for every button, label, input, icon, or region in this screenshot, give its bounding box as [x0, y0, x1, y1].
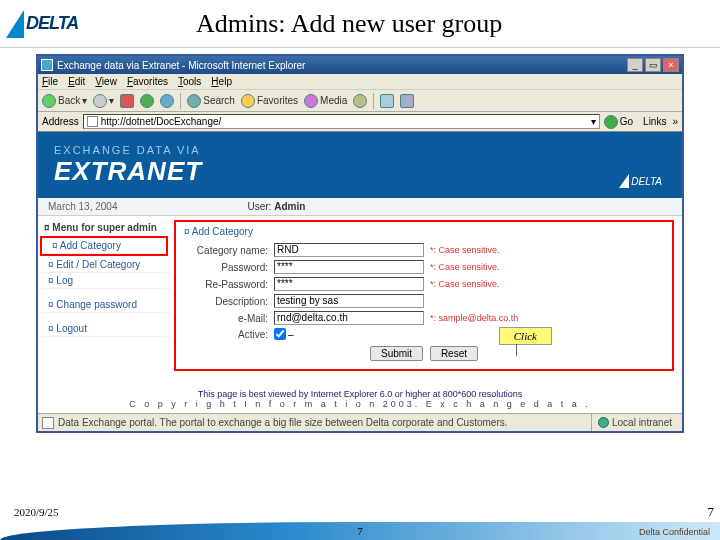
search-button[interactable]: Search	[187, 94, 235, 108]
hint-email: *: sample@delta.co.th	[430, 313, 518, 323]
ie-favicon-icon	[41, 59, 53, 71]
home-button[interactable]	[160, 94, 174, 108]
sidebar-item-log[interactable]: ¤ Log	[38, 273, 170, 289]
meta-row: March 13, 2004 User: Admin	[38, 198, 682, 216]
label-description: Description:	[184, 296, 274, 307]
dash-icon: –	[288, 329, 294, 340]
extranet-banner: EXCHANGE DATA VIA EXTRANET DELTA	[38, 132, 682, 198]
banner-title: EXTRANET	[54, 156, 202, 187]
ie-window: Exchange data via Extranet - Microsoft I…	[36, 54, 684, 433]
menu-file[interactable]: File	[42, 76, 58, 87]
checkbox-active[interactable]	[274, 328, 286, 340]
hint-case: *: Case sensitive.	[430, 262, 500, 272]
sidebar-item-logout[interactable]: ¤ Logout	[38, 321, 170, 337]
add-category-form-highlight: ¤ Add Category Category name: RND *: Cas…	[174, 220, 674, 371]
media-icon	[304, 94, 318, 108]
star-icon	[241, 94, 255, 108]
delta-triangle-icon	[6, 10, 24, 38]
page-number-outer: 7	[708, 504, 715, 520]
logo-text: DELTA	[26, 13, 78, 34]
address-label: Address	[42, 116, 79, 127]
user-name: Admin	[274, 201, 305, 212]
status-text: Data Exchange portal. The portal to exch…	[58, 417, 508, 428]
links-label[interactable]: Links	[643, 116, 666, 127]
mail-button[interactable]	[380, 94, 394, 108]
input-description[interactable]: testing by sas	[274, 294, 424, 308]
slide-date: 2020/9/25	[14, 506, 59, 518]
label-password: Password:	[184, 262, 274, 273]
banner-brand: DELTA	[619, 174, 662, 188]
slide-title: Admins: Add new user group	[196, 9, 502, 39]
maximize-button[interactable]: ▭	[645, 58, 661, 72]
zone-label: Local intranet	[612, 417, 672, 428]
label-repassword: Re-Password:	[184, 279, 274, 290]
delta-logo: DELTA	[6, 5, 126, 43]
ie-toolbar: Back ▾ ▾ Search Favorites Media	[38, 90, 682, 112]
footer-line1: This page is best viewed by Internet Exp…	[38, 389, 682, 399]
stop-button[interactable]	[120, 94, 134, 108]
body-row: ¤ Menu for super admin ¤ Add Category ¤ …	[38, 216, 682, 381]
sidebar-item-edit-del-category[interactable]: ¤ Edit / Del Category	[38, 257, 170, 273]
page-footer-text: This page is best viewed by Internet Exp…	[38, 381, 682, 413]
label-active: Active:	[184, 329, 274, 340]
banner-subtitle: EXCHANGE DATA VIA	[54, 144, 202, 156]
go-button[interactable]: Go	[604, 115, 633, 129]
stop-icon	[120, 94, 134, 108]
sidebar-item-change-password[interactable]: ¤ Change password	[38, 297, 170, 313]
input-email[interactable]: rnd@delta.co.th	[274, 311, 424, 325]
label-email: e-Mail:	[184, 313, 274, 324]
dropdown-icon[interactable]: ▾	[591, 116, 596, 127]
menu-view[interactable]: View	[95, 76, 117, 87]
main-panel: ¤ Add Category Category name: RND *: Cas…	[170, 216, 682, 381]
sidebar: ¤ Menu for super admin ¤ Add Category ¤ …	[38, 216, 170, 381]
minimize-button[interactable]: _	[627, 58, 643, 72]
chevron-right-icon[interactable]: »	[672, 116, 678, 127]
menu-edit[interactable]: Edit	[68, 76, 85, 87]
history-button[interactable]	[353, 94, 367, 108]
delta-triangle-icon	[619, 174, 629, 188]
search-icon	[187, 94, 201, 108]
refresh-button[interactable]	[140, 94, 154, 108]
menu-favorites[interactable]: Favorites	[127, 76, 168, 87]
ie-titlebar: Exchange data via Extranet - Microsoft I…	[38, 56, 682, 74]
media-button[interactable]: Media	[304, 94, 347, 108]
input-password[interactable]: ****	[274, 260, 424, 274]
forward-arrow-icon	[93, 94, 107, 108]
footer-copyright: C o p y r i g h t I n f o r m a t i o n …	[38, 399, 682, 409]
page-date: March 13, 2004	[48, 201, 118, 212]
address-input[interactable]: http://dotnet/DocExchange/ ▾	[83, 114, 600, 129]
reset-button[interactable]: Reset	[430, 346, 478, 361]
input-category-name[interactable]: RND	[274, 243, 424, 257]
back-button[interactable]: Back ▾	[42, 94, 87, 108]
forward-button[interactable]: ▾	[93, 94, 114, 108]
address-value: http://dotnet/DocExchange/	[101, 116, 222, 127]
favorites-button[interactable]: Favorites	[241, 94, 298, 108]
sidebar-item-add-category[interactable]: ¤ Add Category	[42, 238, 166, 254]
click-callout: Click	[499, 327, 552, 345]
toolbar-separator	[180, 93, 181, 109]
toolbar-separator	[373, 93, 374, 109]
slide-footer: 2020/9/25 7 7 Delta Confidential	[0, 498, 720, 540]
menu-tools[interactable]: Tools	[178, 76, 201, 87]
globe-icon	[598, 417, 609, 428]
go-arrow-icon	[604, 115, 618, 129]
page-number-center: 7	[357, 525, 363, 537]
input-repassword[interactable]: ****	[274, 277, 424, 291]
submit-button[interactable]: Submit	[370, 346, 423, 361]
print-icon	[400, 94, 414, 108]
window-title: Exchange data via Extranet - Microsoft I…	[57, 60, 625, 71]
menu-help[interactable]: Help	[211, 76, 232, 87]
security-zone: Local intranet	[591, 414, 678, 431]
home-icon	[160, 94, 174, 108]
slide-header: DELTA Admins: Add new user group	[0, 0, 720, 48]
button-row: Submit Reset	[184, 346, 664, 361]
print-button[interactable]	[400, 94, 414, 108]
label-category-name: Category name:	[184, 245, 274, 256]
page-icon	[87, 116, 98, 127]
confidential-label: Delta Confidential	[639, 527, 710, 537]
history-icon	[353, 94, 367, 108]
hint-case: *: Case sensitive.	[430, 245, 500, 255]
sidebar-menu-title: ¤ Menu for super admin	[38, 220, 170, 235]
address-bar: Address http://dotnet/DocExchange/ ▾ Go …	[38, 112, 682, 132]
close-button[interactable]: ×	[663, 58, 679, 72]
